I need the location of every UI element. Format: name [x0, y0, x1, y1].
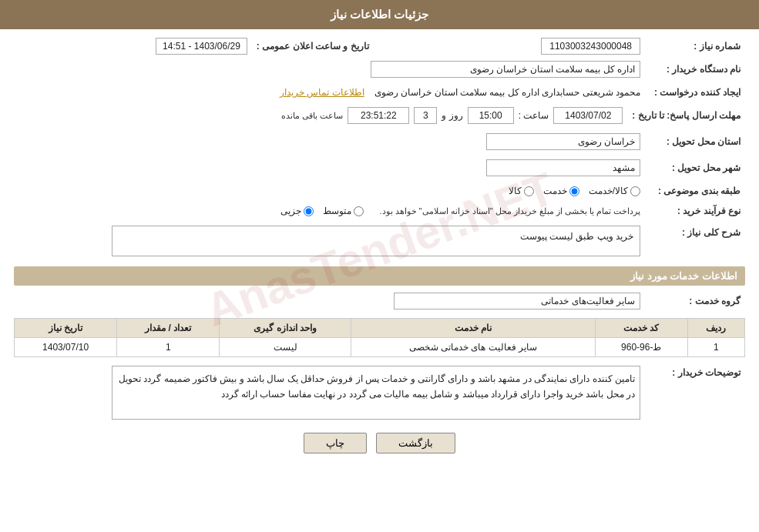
province-value: خراسان رضوی [486, 133, 640, 150]
announce-value-cell: 1403/06/29 - 14:51 [14, 38, 252, 54]
deadline-day-label: روز و [442, 110, 462, 121]
summary-table: شرح کلی نیاز : خرید ویپ طبق لیست پیوست [14, 223, 745, 259]
category-radio-kala-khedmat[interactable] [630, 186, 640, 196]
category-radio-group: کالا/خدمت خدمت کالا [18, 186, 640, 196]
category-table: طبقه بندی موضوعی : کالا/خدمت خدمت [14, 183, 745, 199]
service-group-cell: سایر فعالیت‌های خدماتی [14, 290, 645, 312]
page-title: جزئیات اطلاعات نیاز [331, 8, 428, 21]
remain-label: ساعت باقی مانده [281, 111, 343, 121]
creator-table: ایجاد کننده درخواست : محمود شریعتی حسابد… [14, 85, 745, 100]
cell-service-name: سایر فعالیت های خدماتی شخصی [351, 338, 595, 357]
province-table: استان محل تحویل : خراسان رضوی [14, 131, 745, 152]
col-quantity: تعداد / مقدار [117, 319, 220, 338]
purchase-label-mutavasset: متوسط [323, 206, 351, 216]
purchase-radio-group: پرداخت تمام یا بخشی از مبلغ خریداز محل "… [18, 206, 640, 216]
deadline-row: 1403/07/02 ساعت : 15:00 روز و 3 23:51:22… [18, 107, 623, 124]
purchase-type-label: نوع فرآیند خرید : [645, 203, 745, 219]
deadline-time-box: 15:00 [468, 107, 514, 124]
buyer-name-label: نام دستگاه خریدار : [645, 59, 745, 80]
service-group-label: گروه خدمت : [645, 290, 745, 312]
description-label: توضیحات خریدار : [645, 363, 745, 422]
description-box: تامین کننده دارای نمایندگی در مشهد باشد … [112, 366, 640, 420]
creator-cell: محمود شریعتی حسابداری اداره کل بیمه سلام… [14, 85, 645, 100]
purchase-type-cell: پرداخت تمام یا بخشی از مبلغ خریداز محل "… [14, 203, 645, 219]
category-radio-kala[interactable] [524, 186, 534, 196]
col-date: تاریخ نیاز [15, 319, 117, 338]
creator-value: محمود شریعتی حسابداری اداره کل بیمه سلام… [374, 87, 640, 98]
cell-row-num: 1 [687, 338, 744, 357]
cell-date: 1403/07/10 [15, 338, 117, 357]
button-row: بازگشت چاپ [14, 433, 745, 453]
province-cell: خراسان رضوی [14, 131, 645, 152]
summary-label: شرح کلی نیاز : [645, 223, 745, 259]
purchase-option-jozi[interactable]: جزیی [280, 206, 314, 216]
deadline-label: مهلت ارسال پاسخ: تا تاریخ : [627, 105, 745, 126]
col-row-num: ردیف [687, 319, 744, 338]
services-table: ردیف کد خدمت نام خدمت واحد اندازه گیری ت… [14, 318, 745, 357]
page-wrapper: جزئیات اطلاعات نیاز AnasTender.NET شماره… [0, 0, 759, 532]
buyer-table: نام دستگاه خریدار : اداره کل بیمه سلامت … [14, 59, 745, 80]
category-label-kala-khedmat: کالا/خدمت [589, 186, 628, 196]
back-button[interactable]: بازگشت [376, 433, 455, 453]
city-cell: مشهد [14, 157, 645, 179]
cell-quantity: 1 [117, 338, 220, 357]
contact-link[interactable]: اطلاعات تماس خریدار [280, 87, 364, 98]
announce-value-box: 1403/06/29 - 14:51 [156, 38, 247, 55]
description-table: توضیحات خریدار : تامین کننده دارای نماین… [14, 363, 745, 422]
page-header: جزئیات اطلاعات نیاز [0, 0, 759, 29]
announce-label: تاریخ و ساعت اعلان عمومی : [252, 38, 374, 54]
table-row: 1 ط-96-960 سایر فعالیت های خدماتی شخصی ل… [15, 338, 745, 357]
summary-cell: خرید ویپ طبق لیست پیوست [14, 223, 645, 259]
deadline-time-label: ساعت : [519, 110, 549, 121]
city-value: مشهد [486, 159, 640, 176]
category-label: طبقه بندی موضوعی : [645, 183, 745, 199]
deadline-date-box: 1403/07/02 [553, 107, 623, 124]
service-group-table: گروه خدمت : سایر فعالیت‌های خدماتی [14, 290, 745, 312]
deadline-seconds-box: 23:51:22 [348, 107, 409, 124]
main-content: AnasTender.NET شماره نیاز : 110300324300… [0, 29, 759, 469]
col-service-name: نام خدمت [351, 319, 595, 338]
summary-box: خرید ویپ طبق لیست پیوست [112, 226, 640, 256]
section2-title: اطلاعات خدمات مورد نیاز [14, 266, 745, 286]
buyer-name-cell: اداره کل بیمه سلامت استان خراسان رضوی [14, 59, 645, 80]
need-number-box: 1103003243000048 [541, 38, 640, 55]
cell-unit: لیست [220, 338, 351, 357]
buyer-name-value: اداره کل بیمه سلامت استان خراسان رضوی [371, 61, 640, 78]
deadline-cell: 1403/07/02 ساعت : 15:00 روز و 3 23:51:22… [14, 105, 627, 126]
deadline-table: مهلت ارسال پاسخ: تا تاریخ : 1403/07/02 س… [14, 105, 745, 126]
col-service-code: کد خدمت [595, 319, 687, 338]
category-option-kala-khedmat[interactable]: کالا/خدمت [589, 186, 640, 196]
category-cell: کالا/خدمت خدمت کالا [14, 183, 645, 199]
service-group-value: سایر فعالیت‌های خدماتی [394, 293, 640, 309]
category-label-kala: کالا [509, 186, 522, 196]
category-label-khedmat: خدمت [543, 186, 567, 196]
creator-label: ایجاد کننده درخواست : [645, 85, 745, 100]
col-unit: واحد اندازه گیری [220, 319, 351, 338]
purchase-label-jozi: جزیی [280, 206, 301, 216]
description-cell: تامین کننده دارای نمایندگی در مشهد باشد … [14, 363, 645, 422]
purchase-radio-jozi[interactable] [304, 206, 314, 216]
city-label: شهر محل تحویل : [645, 157, 745, 179]
need-number-value: 1103003243000048 [389, 38, 645, 54]
deadline-remaining-box: 3 [414, 107, 437, 124]
purchase-option-mutavasset[interactable]: متوسط [323, 206, 364, 216]
category-option-kala[interactable]: کالا [509, 186, 534, 196]
category-option-khedmat[interactable]: خدمت [543, 186, 579, 196]
purchase-radio-mutavasset[interactable] [354, 206, 364, 216]
print-button[interactable]: چاپ [304, 433, 367, 453]
top-info-table: شماره نیاز : 1103003243000048 تاریخ و سا… [14, 38, 745, 54]
category-radio-khedmat[interactable] [569, 186, 579, 196]
city-table: شهر محل تحویل : مشهد [14, 157, 745, 179]
purchase-type-table: نوع فرآیند خرید : پرداخت تمام یا بخشی از… [14, 203, 745, 219]
need-number-label: شماره نیاز : [645, 38, 745, 54]
purchase-note: پرداخت تمام یا بخشی از مبلغ خریداز محل "… [379, 206, 640, 216]
province-label: استان محل تحویل : [645, 131, 745, 152]
cell-service-code: ط-96-960 [595, 338, 687, 357]
